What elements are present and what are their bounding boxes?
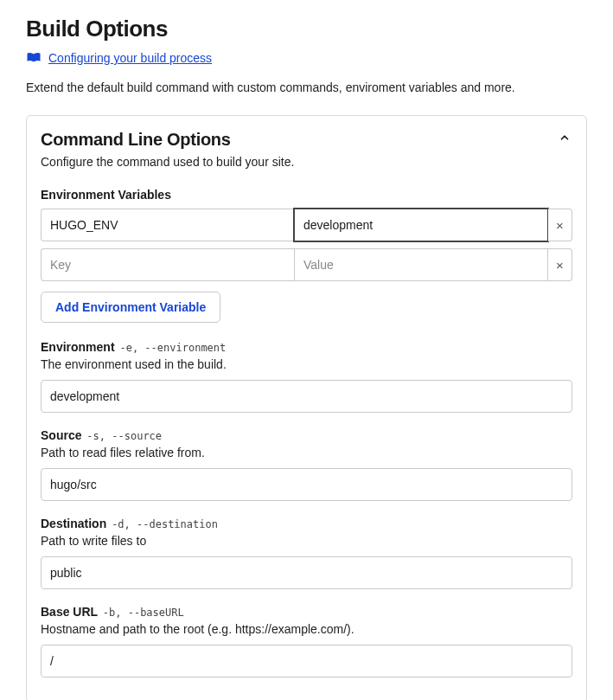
field-flag: -e, --environment (119, 342, 226, 354)
field-input[interactable] (41, 468, 572, 501)
field-label-text: Base URL (41, 605, 101, 619)
field-flag: -d, --destination (112, 518, 218, 530)
field-label: Base URL -b, --baseURL (41, 605, 572, 619)
field-input[interactable] (41, 380, 572, 413)
page-description: Extend the default build command with cu… (26, 80, 587, 94)
card-header: Command Line Options Configure the comma… (41, 130, 572, 188)
env-value-input[interactable] (294, 209, 548, 241)
book-icon (26, 52, 42, 64)
close-icon: × (556, 258, 564, 273)
field-help-text: Path to write files to (41, 534, 572, 548)
env-remove-button[interactable]: × (548, 248, 572, 281)
field-label: Source -s, --source (41, 428, 572, 442)
env-key-input[interactable] (41, 248, 294, 281)
env-key-input[interactable] (41, 209, 294, 241)
collapse-button[interactable] (557, 130, 572, 148)
field-block: Source -s, --sourcePath to read files re… (41, 428, 572, 501)
command-line-options-card: Command Line Options Configure the comma… (26, 115, 587, 700)
field-help-text: Hostname and path to the root (e.g. http… (41, 622, 572, 636)
field-flag: -b, --baseURL (103, 607, 184, 619)
card-subtitle: Configure the command used to build your… (41, 155, 557, 169)
field-label-text: Source (41, 428, 85, 442)
field-help-text: Path to read files relative from. (41, 446, 572, 459)
env-remove-button[interactable]: × (548, 209, 572, 241)
close-icon: × (556, 218, 564, 233)
field-label: Destination -d, --destination (41, 517, 572, 530)
field-label-text: Destination (41, 517, 110, 530)
field-block: Destination -d, --destinationPath to wri… (41, 517, 572, 589)
field-label-text: Environment (41, 340, 118, 354)
card-title: Command Line Options (41, 130, 557, 150)
env-section-label: Environment Variables (41, 188, 572, 202)
env-row: × (41, 248, 572, 281)
env-value-input[interactable] (294, 248, 548, 281)
help-link-row: Configuring your build process (26, 51, 587, 65)
field-label: Environment -e, --environment (41, 340, 572, 354)
field-help-text: The environment used in the build. (41, 357, 572, 371)
field-flag: -s, --source (86, 430, 162, 442)
help-link[interactable]: Configuring your build process (48, 51, 212, 65)
field-input[interactable] (41, 645, 572, 678)
field-block: Base URL -b, --baseURLHostname and path … (41, 605, 572, 678)
env-row: × (41, 209, 572, 241)
field-block: Environment -e, --environmentThe environ… (41, 340, 572, 413)
add-env-var-button[interactable]: Add Environment Variable (41, 292, 220, 323)
chevron-up-icon (559, 133, 571, 146)
field-input[interactable] (41, 556, 572, 589)
page-title: Build Options (26, 16, 587, 42)
